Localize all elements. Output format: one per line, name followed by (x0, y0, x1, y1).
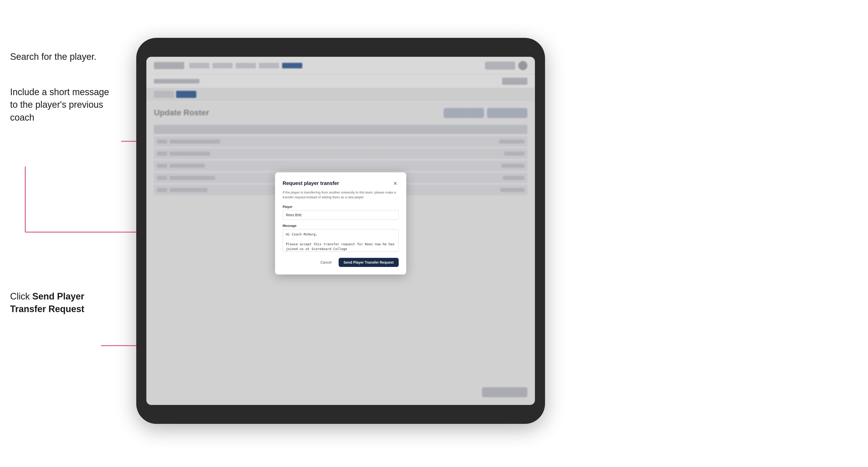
modal-overlay: Request player transfer ✕ If the player … (146, 57, 535, 405)
cancel-button[interactable]: Cancel (316, 258, 336, 267)
annotation-click: Click Send PlayerTransfer Request (10, 290, 121, 316)
modal-title: Request player transfer (283, 180, 339, 186)
modal-close-button[interactable]: ✕ (392, 180, 399, 187)
annotation-message: Include a short messageto the player's p… (10, 86, 121, 124)
modal-footer: Cancel Send Player Transfer Request (283, 258, 399, 267)
player-field-label: Player (283, 205, 399, 209)
message-textarea[interactable]: Hi Coach McHarg, Please accept this tran… (283, 229, 399, 252)
modal-dialog: Request player transfer ✕ If the player … (275, 172, 406, 275)
modal-description: If the player is transferring from anoth… (283, 190, 399, 200)
player-search-input[interactable] (283, 210, 399, 220)
message-field-label: Message (283, 224, 399, 227)
modal-header: Request player transfer ✕ (283, 180, 399, 187)
annotation-area: Search for the player. Include a short m… (0, 0, 146, 467)
annotation-search: Search for the player. (10, 51, 96, 63)
tablet-screen: Update Roster (146, 57, 535, 405)
tablet-device: Update Roster (136, 38, 545, 424)
send-transfer-button[interactable]: Send Player Transfer Request (339, 258, 399, 267)
